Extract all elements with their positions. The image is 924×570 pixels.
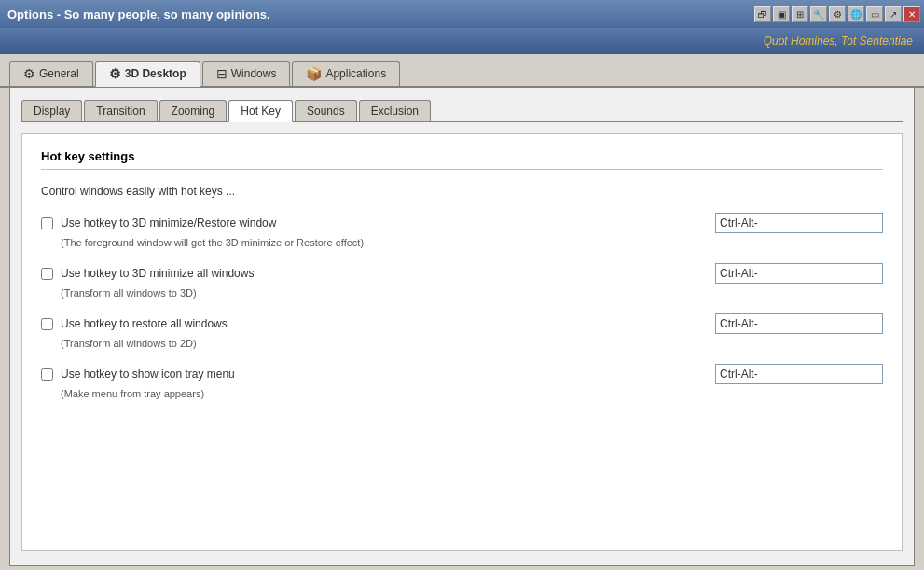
hotkey-checkbox-2[interactable] <box>41 318 53 330</box>
subtab-transition[interactable]: Transition <box>84 100 157 121</box>
tab-applications-label: Applications <box>325 67 386 80</box>
subtab-display-label: Display <box>34 104 70 118</box>
subtab-zooming-label: Zooming <box>172 104 215 118</box>
hotkey-option-1: Use hotkey to 3D minimize all windows <box>41 263 883 284</box>
tab-applications[interactable]: 📦 Applications <box>292 61 400 86</box>
hotkey-option-3: Use hotkey to show icon tray menu <box>41 364 883 384</box>
hotkey-checkbox-0[interactable] <box>41 217 53 229</box>
tagline: Quot Homines, Tot Sententiae <box>764 35 913 48</box>
settings-panel: Hot key settings Control windows easily … <box>21 133 903 551</box>
box-btn[interactable]: ▭ <box>866 6 883 22</box>
content-area: Display Transition Zooming Hot Key Sound… <box>9 88 915 566</box>
hotkey-label-0: Use hotkey to 3D minimize/Restore window <box>61 216 276 229</box>
hotkey-note-2: (Transform all windows to 2D) <box>61 338 883 349</box>
hotkey-input-1[interactable] <box>715 263 883 284</box>
hotkey-input-2[interactable] <box>715 313 883 334</box>
tool-btn[interactable]: 🔧 <box>810 6 827 22</box>
subtab-zooming[interactable]: Zooming <box>159 100 228 121</box>
general-icon: ⚙ <box>23 66 35 81</box>
window-title: Options - So many people, so many opinio… <box>4 7 270 21</box>
hotkey-row-0: Use hotkey to 3D minimize/Restore window… <box>41 213 883 248</box>
subtab-sounds-label: Sounds <box>307 104 345 118</box>
main-tabs: ⚙ General ⚙ 3D Desktop ⊟ Windows 📦 Appli… <box>0 54 924 88</box>
hotkey-row-3: Use hotkey to show icon tray menu (Make … <box>41 364 883 399</box>
hotkey-option-2: Use hotkey to restore all windows <box>41 313 883 334</box>
section-title: Hot key settings <box>41 149 883 170</box>
hotkey-note-3: (Make menu from tray appears) <box>61 388 883 399</box>
hotkey-label-2: Use hotkey to restore all windows <box>61 317 228 330</box>
hotkey-checkbox-1[interactable] <box>41 268 53 280</box>
subtab-display[interactable]: Display <box>21 100 82 121</box>
subtab-transition-label: Transition <box>96 104 145 118</box>
hotkey-option-0: Use hotkey to 3D minimize/Restore window <box>41 213 883 233</box>
subtab-exclusion-label: Exclusion <box>371 104 419 118</box>
sub-tabs: Display Transition Zooming Hot Key Sound… <box>21 99 903 122</box>
tab-windows-label: Windows <box>231 67 277 80</box>
subtab-hot-key[interactable]: Hot Key <box>228 100 293 122</box>
subtab-exclusion[interactable]: Exclusion <box>359 100 431 121</box>
tab-windows[interactable]: ⊟ Windows <box>202 61 291 86</box>
subtab-hot-key-label: Hot Key <box>241 104 281 118</box>
hotkey-row-1: Use hotkey to 3D minimize all windows (T… <box>41 263 883 299</box>
tile-btn[interactable]: ▣ <box>773 6 790 22</box>
tab-general[interactable]: ⚙ General <box>9 61 93 86</box>
settings-btn[interactable]: ⚙ <box>829 6 846 22</box>
hotkey-row-2: Use hotkey to restore all windows (Trans… <box>41 313 883 349</box>
3d-desktop-icon: ⚙ <box>109 66 121 81</box>
restore-btn[interactable]: 🗗 <box>754 6 771 22</box>
hotkey-checkbox-3[interactable] <box>41 368 53 381</box>
windows-icon: ⊟ <box>216 66 228 81</box>
hotkey-input-3[interactable] <box>715 364 883 384</box>
hotkey-note-1: (Transform all windows to 3D) <box>61 287 883 299</box>
hotkey-note-0: (The foreground window will get the 3D m… <box>61 237 883 248</box>
tab-3d-desktop-label: 3D Desktop <box>125 67 186 80</box>
subtab-sounds[interactable]: Sounds <box>295 100 357 121</box>
applications-icon: 📦 <box>306 66 322 81</box>
subtitle-bar: Quot Homines, Tot Sententiae <box>0 28 924 54</box>
grid-btn[interactable]: ⊞ <box>792 6 808 22</box>
hotkey-input-0[interactable] <box>715 213 883 233</box>
hotkey-label-1: Use hotkey to 3D minimize all windows <box>61 267 254 280</box>
title-buttons: 🗗 ▣ ⊞ 🔧 ⚙ 🌐 ▭ ↗ ✕ <box>754 6 920 22</box>
hotkey-label-3: Use hotkey to show icon tray menu <box>61 368 235 381</box>
close-btn[interactable]: ✕ <box>903 6 920 22</box>
arrow-btn[interactable]: ↗ <box>885 6 902 22</box>
tab-3d-desktop[interactable]: ⚙ 3D Desktop <box>95 61 200 87</box>
title-bar: Options - So many people, so many opinio… <box>0 0 924 28</box>
globe-btn[interactable]: 🌐 <box>848 6 864 22</box>
tab-general-label: General <box>39 67 79 80</box>
description-text: Control windows easily with hot keys ... <box>41 185 883 198</box>
